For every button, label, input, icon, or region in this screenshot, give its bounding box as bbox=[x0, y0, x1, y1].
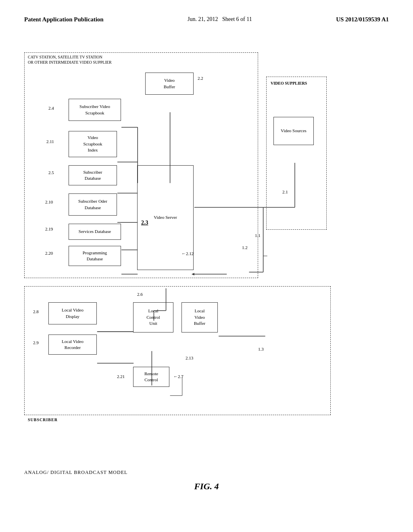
ref-2-3: 2.3 bbox=[141, 220, 148, 226]
video-buffer-label: VideoBuffer bbox=[164, 77, 175, 90]
suppliers-label: VIDEO SUPPLIERS bbox=[271, 81, 307, 85]
ref-2-9: 2.9 bbox=[33, 340, 39, 345]
subscriber-video-scrapbook-label: Subscriber VideoScrapbook bbox=[79, 104, 110, 116]
publication-label: Patent Application Publication bbox=[24, 16, 104, 23]
diagram-container: CATV STATION, SATELLITE TV STATIONOR OTH… bbox=[24, 52, 389, 451]
local-video-display-label: Local VideoDisplay bbox=[62, 307, 83, 320]
subscriber-database-label: SubscriberDatabase bbox=[83, 169, 102, 182]
ref-2-6: 2.6 bbox=[137, 292, 143, 297]
suppliers-box: VIDEO SUPPLIERS bbox=[266, 77, 327, 230]
subscriber-database-box: SubscriberDatabase bbox=[69, 165, 117, 185]
subscriber-video-scrapbook-box: Subscriber VideoScrapbook bbox=[69, 99, 121, 121]
ref-1-1: 1.1 bbox=[255, 233, 261, 238]
header-left: Patent Application Publication bbox=[24, 16, 104, 23]
station-label: CATV STATION, SATELLITE TV STATIONOR OTH… bbox=[28, 54, 112, 65]
header-right: US 2012/0159539 A1 bbox=[336, 16, 389, 23]
services-database-box: Services Database bbox=[69, 224, 121, 240]
subscriber-order-database-label: Subscriber OderDatabase bbox=[78, 198, 107, 211]
video-sources-label: Video Sources bbox=[281, 128, 307, 134]
subscriber-order-database-box: Subscriber OderDatabase bbox=[69, 193, 117, 216]
ref-2-7: ←2.7 bbox=[173, 374, 184, 379]
date-sheet: Jun. 21, 2012 Sheet 6 of 11 bbox=[188, 16, 252, 22]
analog-digital-caption: ANALOG/ DIGITAL BROADCAST MODEL bbox=[24, 470, 127, 476]
subscriber-label: SUBSCRIBER bbox=[28, 418, 58, 422]
local-video-buffer-box: LocalVideoBuffer bbox=[181, 302, 218, 332]
local-video-buffer-label: LocalVideoBuffer bbox=[194, 308, 206, 326]
video-sources-box: Video Sources bbox=[273, 117, 314, 145]
patent-number: US 2012/0159539 A1 bbox=[336, 16, 389, 23]
ref-2-19: 2.19 bbox=[45, 227, 53, 231]
ref-2-4: 2.4 bbox=[48, 106, 54, 110]
video-scrapbook-index-label: VideoScrapbookIndex bbox=[83, 135, 102, 153]
header-center: Jun. 21, 2012 Sheet 6 of 11 bbox=[188, 16, 252, 23]
ref-2-21: 2.21 bbox=[117, 374, 125, 379]
ref-2-12: ←2.12 bbox=[181, 251, 194, 256]
ref-2-20: 2.20 bbox=[45, 251, 53, 256]
video-buffer-box: VideoBuffer bbox=[145, 73, 194, 95]
ref-2-10: 2.10 bbox=[45, 200, 53, 204]
programming-database-box: ProgrammingDatabase bbox=[69, 246, 121, 266]
ref-2-5: 2.5 bbox=[48, 170, 54, 175]
remote-control-label: RemoteControl bbox=[144, 371, 158, 383]
ref-1-2: 1.2 bbox=[242, 245, 248, 250]
page-header: Patent Application Publication Jun. 21, … bbox=[0, 16, 413, 23]
caption-text: ANALOG/ DIGITAL BROADCAST MODEL bbox=[24, 470, 127, 475]
programming-database-label: ProgrammingDatabase bbox=[83, 250, 107, 262]
ref-2-8: 2.8 bbox=[33, 309, 39, 314]
services-database-label: Services Database bbox=[79, 229, 111, 235]
remote-control-box: RemoteControl bbox=[133, 367, 169, 387]
ref-1-3: 1.3 bbox=[258, 347, 264, 351]
ref-2-13: 2.13 bbox=[186, 355, 193, 360]
video-scrapbook-index-box: VideoScrapbookIndex bbox=[69, 131, 117, 157]
video-server-label: Video Server bbox=[154, 214, 177, 220]
ref-2-2: 2.2 bbox=[198, 76, 203, 81]
ref-2-11: 2.11 bbox=[46, 139, 54, 144]
ref-2-1: 2.1 bbox=[282, 189, 288, 194]
local-control-unit-label: LocalControlUnit bbox=[146, 308, 160, 326]
local-control-unit-box: LocalControlUnit bbox=[133, 302, 173, 332]
local-video-display-box: Local VideoDisplay bbox=[48, 302, 97, 324]
fig-label: FIG. 4 bbox=[0, 481, 413, 492]
fig-text: FIG. 4 bbox=[194, 481, 219, 491]
local-video-recorder-label: Local VideoRecorder bbox=[62, 339, 83, 351]
local-video-recorder-box: Local VideoRecorder bbox=[48, 335, 97, 355]
